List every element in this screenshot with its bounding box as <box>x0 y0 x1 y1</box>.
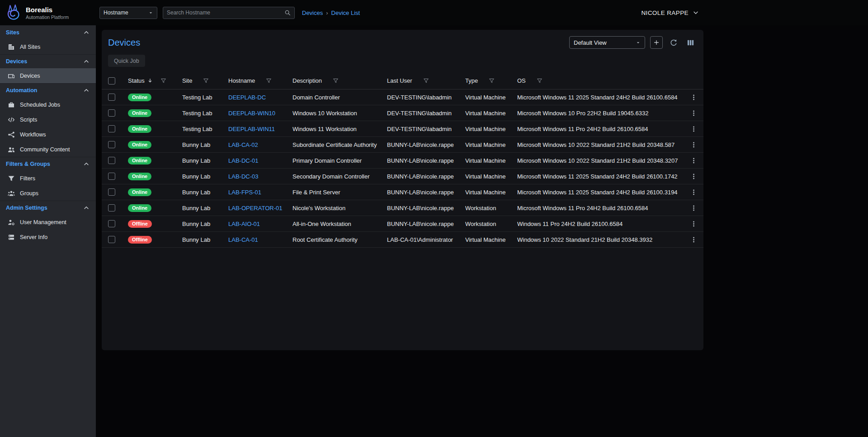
kebab-menu-icon[interactable] <box>690 189 697 196</box>
column-header-description[interactable]: Description <box>292 77 322 84</box>
column-header-last-user[interactable]: Last User <box>387 77 412 84</box>
groups-icon <box>8 190 15 197</box>
row-checkbox[interactable] <box>108 220 115 227</box>
sidebar-item-scripts[interactable]: Scripts <box>0 112 96 127</box>
filter-icon[interactable] <box>160 78 166 84</box>
row-checkbox[interactable] <box>108 94 115 101</box>
hostname-link[interactable]: DEEPLAB-WIN11 <box>228 126 275 132</box>
column-header-status[interactable]: Status <box>128 77 145 84</box>
hostname-link[interactable]: DEEPLAB-WIN10 <box>228 110 275 117</box>
sidebar-item-user-management[interactable]: User Management <box>0 215 96 230</box>
column-header-site[interactable]: Site <box>182 77 192 84</box>
sidebar-item-label: Groups <box>20 190 38 197</box>
sidebar-item-label: Workflows <box>20 132 46 138</box>
sidebar-item-community-content[interactable]: Community Content <box>0 142 96 157</box>
sidebar-item-all-sites[interactable]: All Sites <box>0 39 96 54</box>
row-checkbox[interactable] <box>108 236 115 243</box>
view-dropdown[interactable]: Default View <box>569 36 645 49</box>
sidebar-item-groups[interactable]: Groups <box>0 186 96 201</box>
filter-icon[interactable] <box>333 78 339 84</box>
kebab-menu-icon[interactable] <box>690 94 697 101</box>
kebab-menu-icon[interactable] <box>690 205 697 211</box>
kebab-menu-icon[interactable] <box>690 126 697 132</box>
filter-icon[interactable] <box>537 78 542 84</box>
hostname-link[interactable]: LAB-DC-03 <box>228 173 258 180</box>
table-row[interactable]: Online Bunny Lab LAB-CA-02 Subordinate C… <box>102 137 703 153</box>
table-row[interactable]: Online Testing Lab DEEPLAB-DC Domain Con… <box>102 89 703 105</box>
search-box[interactable] <box>163 7 295 19</box>
sidebar-item-server-info[interactable]: Server Info <box>0 230 96 244</box>
kebab-menu-icon[interactable] <box>690 236 697 243</box>
filter-icon[interactable] <box>266 78 272 84</box>
table-body: Online Testing Lab DEEPLAB-DC Domain Con… <box>102 89 703 248</box>
devices-panel: Devices Default View <box>102 30 703 350</box>
columns-button[interactable] <box>684 37 696 48</box>
sidebar-section-filters-groups[interactable]: Filters & Groups <box>0 157 96 171</box>
kebab-menu-icon[interactable] <box>690 221 697 227</box>
kebab-menu-icon[interactable] <box>690 141 697 148</box>
hostname-link[interactable]: DEEPLAB-DC <box>228 94 266 101</box>
add-view-button[interactable] <box>650 36 663 49</box>
table-row[interactable]: Online Bunny Lab LAB-OPERATOR-01 Nicole'… <box>102 200 703 216</box>
sidebar-section-devices[interactable]: Devices <box>0 54 96 68</box>
sidebar-item-filters[interactable]: Filters <box>0 171 96 186</box>
status-badge: Online <box>128 157 151 164</box>
breadcrumb-devices[interactable]: Devices <box>302 9 323 16</box>
sidebar-section-admin-settings[interactable]: Admin Settings <box>0 201 96 215</box>
table-row[interactable]: Online Testing Lab DEEPLAB-WIN11 Windows… <box>102 121 703 137</box>
row-checkbox[interactable] <box>108 109 115 117</box>
column-header-hostname[interactable]: Hostname <box>228 77 255 84</box>
row-checkbox[interactable] <box>108 204 115 211</box>
filter-icon[interactable] <box>423 78 429 84</box>
table-row[interactable]: Offline Bunny Lab LAB-AIO-01 All-in-One … <box>102 216 703 232</box>
column-header-os[interactable]: OS <box>517 77 526 84</box>
site-cell: Testing Lab <box>182 126 228 132</box>
sidebar-item-label: Scheduled Jobs <box>20 102 60 108</box>
breadcrumb-separator: › <box>326 9 328 16</box>
select-all-checkbox[interactable] <box>108 77 115 85</box>
brand-name: Borealis <box>26 6 69 14</box>
hostname-link[interactable]: LAB-DC-01 <box>228 157 258 164</box>
row-checkbox[interactable] <box>108 157 115 164</box>
row-checkbox[interactable] <box>108 188 115 196</box>
filter-icon[interactable] <box>489 78 495 84</box>
hostname-link[interactable]: LAB-OPERATOR-01 <box>228 205 282 211</box>
quick-job-button[interactable]: Quick Job <box>108 55 145 67</box>
sidebar-item-label: All Sites <box>20 44 40 50</box>
row-checkbox[interactable] <box>108 125 115 132</box>
table-row[interactable]: Online Bunny Lab LAB-DC-03 Secondary Dom… <box>102 169 703 184</box>
sidebar-section-automation[interactable]: Automation <box>0 83 96 97</box>
sidebar-section-label: Sites <box>6 29 19 36</box>
hostname-link[interactable]: LAB-FPS-01 <box>228 189 261 196</box>
table-row[interactable]: Offline Bunny Lab LAB-CA-01 Root Certifi… <box>102 232 703 248</box>
row-checkbox[interactable] <box>108 173 115 180</box>
kebab-menu-icon[interactable] <box>690 173 697 180</box>
table-header: Status Site Hostname Description <box>102 72 703 89</box>
table-row[interactable]: Online Bunny Lab LAB-FPS-01 File & Print… <box>102 184 703 200</box>
os-cell: Microsoft Windows 11 Pro 24H2 Build 2610… <box>517 126 684 132</box>
hostname-link[interactable]: LAB-CA-02 <box>228 141 258 148</box>
type-cell: Virtual Machine <box>465 141 517 148</box>
search-input[interactable] <box>167 9 284 16</box>
status-badge: Online <box>128 188 151 196</box>
search-field-dropdown[interactable]: Hostname <box>99 7 157 19</box>
row-checkbox[interactable] <box>108 141 115 148</box>
kebab-menu-icon[interactable] <box>690 110 697 117</box>
column-header-type[interactable]: Type <box>465 77 478 84</box>
sidebar-section-sites[interactable]: Sites <box>0 25 96 39</box>
sort-desc-icon[interactable] <box>147 78 153 84</box>
kebab-menu-icon[interactable] <box>690 157 697 164</box>
last-user-cell: LAB-CA-01\Administrator <box>387 236 465 243</box>
table-row[interactable]: Online Bunny Lab LAB-DC-01 Primary Domai… <box>102 153 703 169</box>
sidebar-item-scheduled-jobs[interactable]: Scheduled Jobs <box>0 97 96 112</box>
hostname-link[interactable]: LAB-AIO-01 <box>228 221 260 227</box>
filter-icon[interactable] <box>203 78 209 84</box>
user-menu[interactable]: NICOLE RAPPE <box>641 0 699 25</box>
refresh-button[interactable] <box>668 37 679 48</box>
sidebar-item-devices[interactable]: Devices <box>0 68 96 83</box>
hostname-link[interactable]: LAB-CA-01 <box>228 236 258 243</box>
table-row[interactable]: Online Testing Lab DEEPLAB-WIN10 Windows… <box>102 105 703 121</box>
page-title: Devices <box>108 38 140 48</box>
breadcrumb-device-list[interactable]: Device List <box>331 9 360 16</box>
sidebar-item-workflows[interactable]: Workflows <box>0 127 96 142</box>
